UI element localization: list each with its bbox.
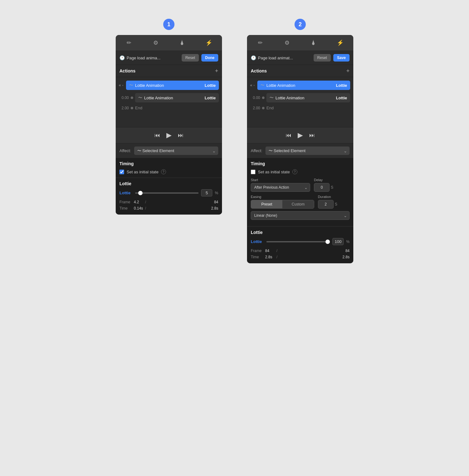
action-bar-inactive-2[interactable]: 〜 Lottie Animation Lottie <box>266 93 350 102</box>
affect-select-1[interactable]: 〜 Selected Element <box>134 146 218 155</box>
frame-total-2: 84 <box>279 249 350 253</box>
frame-key-2: Frame <box>251 249 263 253</box>
duration-group: Duration S <box>318 195 350 209</box>
play-button-1[interactable]: ▶ <box>166 131 172 139</box>
clock-icon: 🕐 <box>119 55 125 60</box>
time-row-2: Time 2.8s / 2.8s <box>251 254 350 260</box>
reset-button-1[interactable]: Reset <box>182 54 199 62</box>
easing-tabs: Preset Custom <box>251 200 314 209</box>
start-label: Start <box>251 178 310 182</box>
lightning-icon-2[interactable]: ⚡ <box>327 35 353 51</box>
frame-row-2: Frame 84 / 84 <box>251 248 350 254</box>
lottie-value-2[interactable]: 100 <box>332 238 344 245</box>
lottie-value-1[interactable]: 5 <box>201 189 212 196</box>
skip-back-button-1[interactable]: ⏮ <box>154 132 160 139</box>
delay-group: Delay S <box>314 178 350 192</box>
lottie-slider-track-1[interactable] <box>135 192 199 194</box>
delay-input-wrapper: S <box>314 183 350 192</box>
delay-input[interactable] <box>314 183 330 192</box>
time-total-2: 2.8s <box>279 255 350 259</box>
time-sep-2: / <box>276 255 277 259</box>
lottie-section-2: Lottie Lottie 100 % Frame 84 / 84 Time 2… <box>247 226 353 263</box>
droplets-icon-2[interactable]: 🌢 <box>300 35 327 51</box>
easing-curve-wrapper: Linear (None) <box>251 211 350 220</box>
skip-back-button-2[interactable]: ⏮ <box>286 132 291 139</box>
initial-state-checkbox-2[interactable] <box>251 170 255 174</box>
lottie-slider-track-2[interactable] <box>266 241 330 242</box>
step-badge-2: 2 <box>295 19 306 30</box>
waveform-icon-2: 〜 <box>138 95 142 101</box>
initial-state-checkbox-1[interactable] <box>119 170 124 174</box>
actions-section-header-2: Actions + <box>247 65 353 77</box>
action-nav-1: « ◦ <box>119 83 124 87</box>
easing-curve-select[interactable]: Linear (None) <box>251 211 350 220</box>
droplets-icon[interactable]: 🌢 <box>169 35 195 51</box>
affect-select-2[interactable]: 〜 Selected Element <box>265 146 350 155</box>
preset-tab[interactable]: Preset <box>251 200 282 208</box>
start-select[interactable]: After Previous Action <box>251 183 310 192</box>
skip-forward-button-2[interactable]: ⏭ <box>309 132 315 139</box>
lottie-section-1: Lottie Lottie 5 % Frame 4.2 / 84 Time 0.… <box>116 178 222 215</box>
save-button-2[interactable]: Save <box>333 54 350 62</box>
add-action-button-2[interactable]: + <box>346 68 350 74</box>
lottie-slider-thumb-1[interactable] <box>138 191 143 195</box>
transport-1: ⏮ ▶ ⏭ <box>116 127 222 143</box>
gear-icon[interactable]: ⚙ <box>142 35 169 51</box>
done-button-1[interactable]: Done <box>201 54 218 62</box>
action-bar-active-2[interactable]: 〜 Lottie Animation Lottie <box>257 81 350 90</box>
frame-row-1: Frame 4.2 / 84 <box>119 199 218 205</box>
toolbar-1: ✏ ⚙ 🌢 ⚡ <box>116 35 222 51</box>
time-sep-1: / <box>145 206 146 211</box>
lottie-slider-thumb-2[interactable] <box>325 240 330 244</box>
action-bar-inactive-1[interactable]: 〜 Lottie Animation Lottie <box>135 93 219 102</box>
nav-dot-2: ◦ <box>254 83 255 87</box>
actions-title-2: Actions <box>251 68 267 73</box>
help-icon-2[interactable]: ? <box>292 169 297 174</box>
waveform-icon-1: 〜 <box>129 82 133 88</box>
action-dot-2-2 <box>262 97 265 99</box>
timing-section-2: Timing Set as initial state ? Start Afte… <box>247 158 353 226</box>
duration-input[interactable] <box>318 200 334 209</box>
action-row-1-1: « ◦ 〜 Lottie Animation Lottie <box>116 79 222 92</box>
start-delay-row: Start After Previous Action Delay S <box>251 178 350 192</box>
action-row-2-3: 2.00 End <box>247 104 353 112</box>
brush-icon-2[interactable]: ✏ <box>247 35 274 51</box>
affect-select-wrapper-2: 〜 Selected Element <box>265 146 350 155</box>
action-row-2-1: « ◦ 〜 Lottie Animation Lottie <box>247 79 353 92</box>
time-key-1: Time <box>119 206 132 211</box>
action-dot-2-3 <box>262 107 265 109</box>
lottie-slider-row-2: Lottie 100 % <box>251 238 350 245</box>
waveform-icon-4: 〜 <box>270 95 274 101</box>
lottie-title-1: Lottie <box>119 181 218 186</box>
frame-key-1: Frame <box>119 200 132 204</box>
affect-row-1: Affect: 〜 Selected Element <box>116 143 222 158</box>
duration-input-wrapper: S <box>318 200 350 209</box>
custom-tab[interactable]: Custom <box>282 200 314 208</box>
action-bar-active-1[interactable]: 〜 Lottie Animation Lottie <box>126 81 219 90</box>
toolbar-2: ✏ ⚙ 🌢 ⚡ <box>247 35 353 51</box>
timing-title-1: Timing <box>119 161 218 166</box>
header-title-2: 🕐 Page load animat... <box>251 55 311 60</box>
frame-sep-1: / <box>145 200 146 204</box>
rewind-icon-2[interactable]: « <box>250 83 252 87</box>
reset-button-2[interactable]: Reset <box>314 54 331 62</box>
play-button-2[interactable]: ▶ <box>298 131 303 139</box>
actions-list-1: « ◦ 〜 Lottie Animation Lottie 0.00 〜 <box>116 77 222 127</box>
easing-label: Easing <box>251 195 314 199</box>
gear-icon-2[interactable]: ⚙ <box>274 35 300 51</box>
lottie-unit-1: % <box>215 191 218 195</box>
action-row-2-2: 0.00 〜 Lottie Animation Lottie <box>247 92 353 104</box>
help-icon-1[interactable]: ? <box>161 169 166 174</box>
delay-label: Delay <box>314 178 350 182</box>
rewind-icon[interactable]: « <box>119 83 121 87</box>
transport-2: ⏮ ▶ ⏭ <box>247 127 353 143</box>
add-action-button-1[interactable]: + <box>215 68 218 74</box>
brush-icon[interactable]: ✏ <box>116 35 142 51</box>
action-dot-1-3 <box>131 107 133 109</box>
skip-forward-button-1[interactable]: ⏭ <box>178 132 184 139</box>
actions-section-header-1: Actions + <box>116 65 222 77</box>
panel-2-wrapper: 2 ✏ ⚙ 🌢 ⚡ 🕐 Page load animat... Reset Sa… <box>247 19 353 263</box>
action-dot-1-2 <box>131 97 133 99</box>
lightning-icon[interactable]: ⚡ <box>195 35 222 51</box>
affect-select-wrapper-1: 〜 Selected Element <box>134 146 218 155</box>
